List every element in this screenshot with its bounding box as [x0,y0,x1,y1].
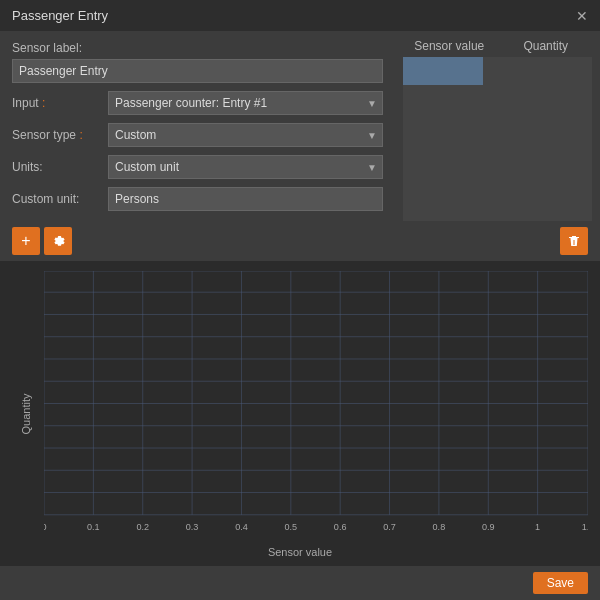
svg-text:1: 1 [535,521,540,531]
svg-text:0.1: 0.1 [87,521,100,531]
svg-text:1.1: 1.1 [582,521,588,531]
y-axis-label: Quantity [20,393,32,434]
table-header-row: Sensor value Quantity [403,39,592,53]
title-bar: Passenger Entry ✕ [0,0,600,31]
units-select[interactable]: Custom unit [108,155,383,179]
x-axis-label: Sensor value [268,546,332,558]
custom-unit-group: Custom unit: [12,187,383,211]
sensor-label-input[interactable] [12,59,383,83]
svg-text:0.7: 0.7 [383,521,396,531]
sensor-label-label: Sensor label: [12,41,383,55]
form-panel: Sensor label: Input : Passenger counter:… [0,31,395,221]
dialog-title: Passenger Entry [12,8,108,23]
settings-icon [51,234,65,248]
input-select-wrapper: Passenger counter: Entry #1 ▼ [108,91,383,115]
svg-text:0: 0 [44,521,47,531]
toolbar: + [0,221,600,261]
delete-button[interactable] [560,227,588,255]
input-label: Input : [12,96,102,110]
svg-text:0.2: 0.2 [136,521,149,531]
sensor-label-group: Sensor label: [12,41,383,83]
sensor-value-header: Sensor value [403,39,496,53]
settings-button[interactable] [44,227,72,255]
units-label: Units: [12,160,102,174]
trash-icon [567,234,581,248]
save-button[interactable]: Save [533,572,588,594]
svg-text:0.9: 0.9 [482,521,495,531]
footer: Save [0,566,600,600]
table-area [403,57,592,221]
custom-unit-input[interactable] [108,187,383,211]
input-group: Input : Passenger counter: Entry #1 ▼ [12,91,383,115]
toolbar-left: + [12,227,72,255]
chart-grid: 0 0.1 0.2 0.3 0.4 0.5 0.6 0.7 0.8 0.9 1 … [44,271,588,536]
units-group: Units: Custom unit ▼ [12,155,383,179]
chart-container: Quantity [0,261,600,566]
svg-text:0.3: 0.3 [186,521,199,531]
svg-text:0.5: 0.5 [285,521,298,531]
sensor-type-select-wrapper: Custom ▼ [108,123,383,147]
svg-text:0.6: 0.6 [334,521,347,531]
right-panel: Sensor value Quantity [395,31,600,221]
quantity-header: Quantity [500,39,593,53]
add-button[interactable]: + [12,227,40,255]
selected-cell [403,57,483,85]
dialog: Passenger Entry ✕ Sensor label: Input : … [0,0,600,600]
sensor-type-label: Sensor type : [12,128,102,142]
units-select-wrapper: Custom unit ▼ [108,155,383,179]
sensor-type-group: Sensor type : Custom ▼ [12,123,383,147]
svg-text:0.4: 0.4 [235,521,248,531]
svg-text:0.8: 0.8 [433,521,446,531]
sensor-type-select[interactable]: Custom [108,123,383,147]
close-button[interactable]: ✕ [576,9,588,23]
input-select[interactable]: Passenger counter: Entry #1 [108,91,383,115]
custom-unit-label: Custom unit: [12,192,102,206]
